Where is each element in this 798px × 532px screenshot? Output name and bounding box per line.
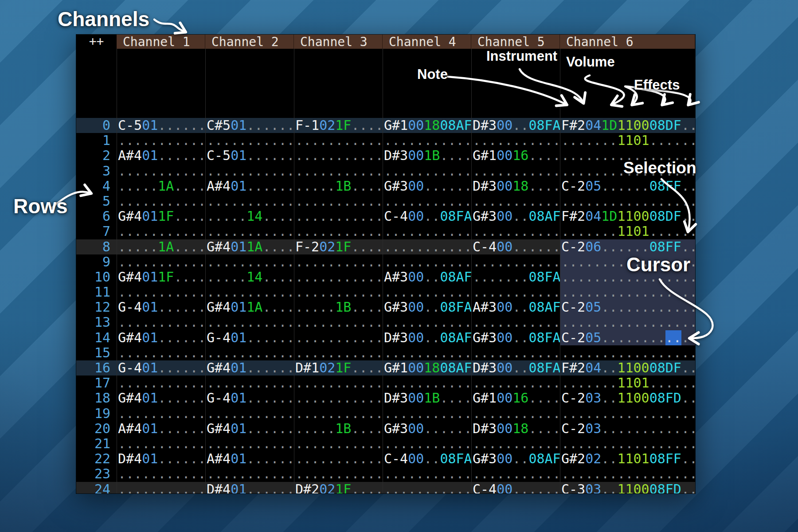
- pattern-cell-ch6-row22[interactable]: G#202..110108FF...: [560, 451, 695, 466]
- pattern-cell-ch3-row6[interactable]: ...........: [294, 209, 383, 224]
- pattern-cell-ch3-row23[interactable]: ...........: [294, 466, 383, 481]
- pattern-cell-ch2-row5[interactable]: ...........: [205, 194, 294, 209]
- pattern-cell-ch2-row7[interactable]: ...........: [205, 224, 294, 239]
- pattern-header-corner[interactable]: ++: [76, 35, 117, 49]
- pattern-cell-ch5-row22[interactable]: G#300..08AF: [471, 451, 560, 466]
- pattern-cell-ch3-row16[interactable]: D#1021F....: [294, 360, 383, 376]
- pattern-cell-ch1-row7[interactable]: ...........: [117, 224, 205, 239]
- pattern-cell-ch4-row5[interactable]: ...........: [383, 194, 471, 209]
- pattern-cell-ch4-row17[interactable]: ...........: [383, 376, 471, 391]
- pattern-cell-ch3-row3[interactable]: ...........: [294, 164, 383, 179]
- pattern-cell-ch5-row6[interactable]: G#300..08AF: [471, 209, 560, 224]
- pattern-cell-ch4-row9[interactable]: ...........: [383, 254, 471, 270]
- pattern-cell-ch5-row14[interactable]: G#300..08FA: [471, 330, 560, 345]
- pattern-cell-ch3-row20[interactable]: .....1B....: [294, 421, 383, 436]
- pattern-cell-ch2-row21[interactable]: ...........: [205, 436, 294, 451]
- pattern-cell-ch5-row15[interactable]: ...........: [471, 345, 560, 360]
- pattern-cell-ch4-row12[interactable]: G#300..08FA: [383, 300, 471, 315]
- pattern-cell-ch3-row10[interactable]: ...........: [294, 270, 383, 285]
- pattern-cell-ch5-row13[interactable]: ...........: [471, 315, 560, 330]
- pattern-cell-ch5-row21[interactable]: ...........: [471, 436, 560, 451]
- pattern-cell-ch6-row23[interactable]: ..................: [560, 466, 695, 481]
- pattern-cell-ch1-row21[interactable]: ...........: [117, 436, 205, 451]
- pattern-cell-ch6-row21[interactable]: ..................: [560, 436, 695, 451]
- pattern-cell-ch2-row10[interactable]: .....14....: [205, 270, 294, 285]
- pattern-cell-ch4-row21[interactable]: ...........: [383, 436, 471, 451]
- pattern-cursor[interactable]: ..: [665, 330, 681, 345]
- pattern-cell-ch2-row11[interactable]: ...........: [205, 285, 294, 300]
- pattern-cell-ch6-row14[interactable]: C-205.............: [560, 330, 695, 345]
- pattern-cell-ch1-row5[interactable]: ...........: [117, 194, 205, 209]
- pattern-cell-ch5-row17[interactable]: ...........: [471, 376, 560, 391]
- pattern-cell-ch1-row17[interactable]: ...........: [117, 376, 205, 391]
- pattern-cell-ch4-row14[interactable]: D#300..08AF: [383, 330, 471, 345]
- pattern-cell-ch6-row16[interactable]: F#204..110008DF...: [560, 360, 695, 376]
- pattern-cell-ch5-row2[interactable]: G#10016....: [471, 148, 560, 163]
- pattern-cell-ch6-row7[interactable]: .......1101.......: [560, 224, 695, 239]
- pattern-cell-ch2-row4[interactable]: A#401......: [205, 179, 294, 194]
- pattern-cell-ch4-row0[interactable]: G#1001808AF: [383, 118, 471, 133]
- pattern-cell-ch1-row18[interactable]: G#401......: [117, 391, 205, 406]
- channel-header-2[interactable]: Channel 2: [205, 35, 294, 49]
- pattern-cell-ch1-row10[interactable]: G#4011F....: [117, 270, 205, 285]
- pattern-cell-ch6-row11[interactable]: ..................: [560, 285, 695, 300]
- pattern-cell-ch4-row8[interactable]: ...........: [383, 239, 471, 254]
- pattern-cell-ch4-row2[interactable]: D#3001B....: [383, 148, 471, 163]
- pattern-cell-ch4-row1[interactable]: ...........: [383, 133, 471, 148]
- pattern-cell-ch6-row6[interactable]: F#2041D110008DF...: [560, 209, 695, 224]
- pattern-cell-ch3-row4[interactable]: .....1B....: [294, 179, 383, 194]
- pattern-cell-ch1-row2[interactable]: A#401......: [117, 148, 205, 163]
- pattern-cell-ch5-row10[interactable]: .......08FA: [471, 270, 560, 285]
- pattern-cell-ch3-row18[interactable]: ...........: [294, 391, 383, 406]
- pattern-cell-ch2-row8[interactable]: G#4011A....: [205, 239, 294, 254]
- pattern-cell-ch2-row3[interactable]: ...........: [205, 164, 294, 179]
- pattern-cell-ch2-row17[interactable]: ...........: [205, 376, 294, 391]
- pattern-cell-ch3-row2[interactable]: ...........: [294, 148, 383, 163]
- pattern-cell-ch3-row14[interactable]: ...........: [294, 330, 383, 345]
- pattern-cell-ch2-row18[interactable]: G-401......: [205, 391, 294, 406]
- pattern-cell-ch6-row24[interactable]: C-303..110008FD...: [560, 482, 695, 494]
- pattern-cell-ch4-row18[interactable]: D#3001B....: [383, 391, 471, 406]
- pattern-cell-ch1-row15[interactable]: ...........: [117, 345, 205, 360]
- pattern-cell-ch4-row4[interactable]: G#300......: [383, 179, 471, 194]
- pattern-cell-ch3-row12[interactable]: .....1B....: [294, 300, 383, 315]
- pattern-cell-ch1-row0[interactable]: C-501......: [117, 118, 205, 133]
- pattern-cell-ch2-row1[interactable]: ...........: [205, 133, 294, 148]
- pattern-cell-ch5-row7[interactable]: ...........: [471, 224, 560, 239]
- pattern-cell-ch3-row17[interactable]: ...........: [294, 376, 383, 391]
- channel-header-5[interactable]: Channel 5: [471, 35, 560, 49]
- pattern-cell-ch2-row19[interactable]: ...........: [205, 406, 294, 421]
- pattern-cell-ch6-row20[interactable]: C-203.............: [560, 421, 695, 436]
- channel-header-4[interactable]: Channel 4: [383, 35, 471, 49]
- pattern-cell-ch2-row6[interactable]: .....14....: [205, 209, 294, 224]
- channel-header-1[interactable]: Channel 1: [117, 35, 205, 49]
- pattern-cell-ch5-row0[interactable]: D#300..08FA: [471, 118, 560, 133]
- pattern-cell-ch1-row14[interactable]: G#401......: [117, 330, 205, 345]
- pattern-cell-ch1-row6[interactable]: G#4011F....: [117, 209, 205, 224]
- pattern-cell-ch5-row24[interactable]: C-400......: [471, 482, 560, 494]
- pattern-cell-ch2-row2[interactable]: C-501......: [205, 148, 294, 163]
- pattern-cell-ch3-row1[interactable]: ...........: [294, 133, 383, 148]
- pattern-cell-ch4-row15[interactable]: ...........: [383, 345, 471, 360]
- pattern-cell-ch5-row5[interactable]: ...........: [471, 194, 560, 209]
- pattern-cell-ch3-row0[interactable]: F-1021F....: [294, 118, 383, 133]
- pattern-cell-ch3-row7[interactable]: ...........: [294, 224, 383, 239]
- pattern-cell-ch2-row9[interactable]: ...........: [205, 254, 294, 270]
- pattern-cell-ch5-row8[interactable]: C-400......: [471, 239, 560, 254]
- pattern-cell-ch6-row12[interactable]: C-205.............: [560, 300, 695, 315]
- pattern-cell-ch2-row22[interactable]: A#401......: [205, 451, 294, 466]
- pattern-cell-ch3-row5[interactable]: ...........: [294, 194, 383, 209]
- pattern-cell-ch5-row23[interactable]: ...........: [471, 466, 560, 481]
- pattern-cell-ch1-row12[interactable]: G-401......: [117, 300, 205, 315]
- pattern-cell-ch1-row3[interactable]: ...........: [117, 164, 205, 179]
- pattern-cell-ch1-row9[interactable]: ...........: [117, 254, 205, 270]
- pattern-cell-ch4-row6[interactable]: C-400..08FA: [383, 209, 471, 224]
- pattern-cell-ch6-row4[interactable]: C-205......08FF...: [560, 179, 695, 194]
- pattern-cell-ch5-row3[interactable]: ...........: [471, 164, 560, 179]
- pattern-cell-ch4-row7[interactable]: ...........: [383, 224, 471, 239]
- pattern-cell-ch2-row20[interactable]: G#401......: [205, 421, 294, 436]
- pattern-cell-ch4-row24[interactable]: ...........: [383, 482, 471, 494]
- pattern-cell-ch6-row1[interactable]: .......1101.......: [560, 133, 695, 148]
- pattern-cell-ch5-row16[interactable]: D#300..08FA: [471, 360, 560, 376]
- pattern-cell-ch1-row23[interactable]: ...........: [117, 466, 205, 481]
